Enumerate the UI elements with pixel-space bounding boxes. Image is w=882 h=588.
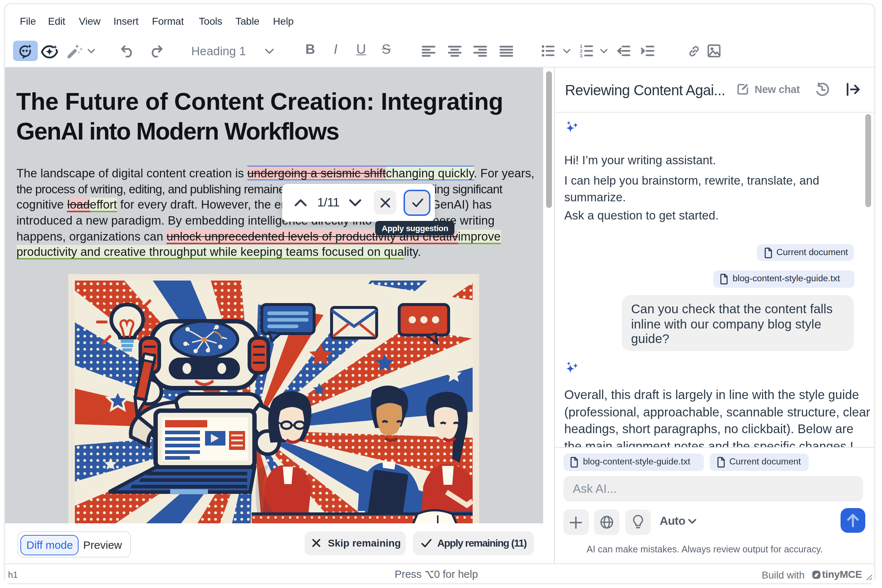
svg-text:3: 3 xyxy=(580,53,582,58)
